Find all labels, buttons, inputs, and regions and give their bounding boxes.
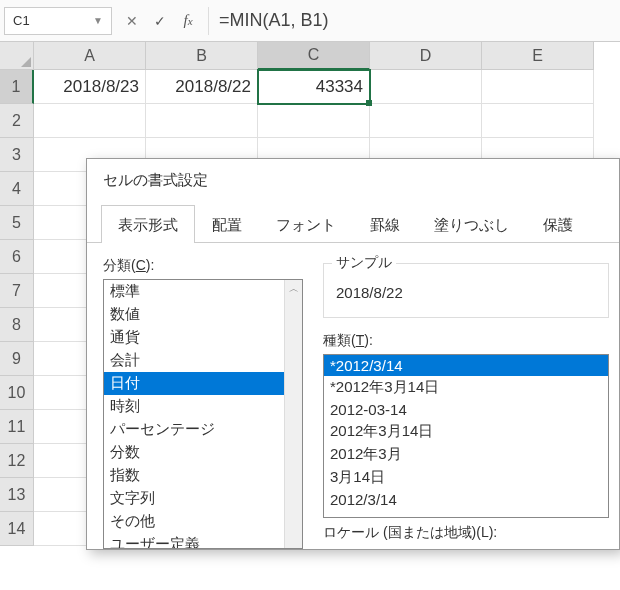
formula-input[interactable]: =MIN(A1, B1) (208, 7, 620, 35)
category-item[interactable]: 数値 (104, 303, 302, 326)
category-label: 分類(C): (103, 257, 303, 275)
sample-label: サンプル (332, 254, 396, 272)
scrollbar[interactable]: ︿ (284, 280, 302, 548)
category-item[interactable]: その他 (104, 510, 302, 533)
type-label: 種類(T): (323, 332, 609, 350)
column-header-E[interactable]: E (482, 42, 594, 70)
formula-bar: C1 ▼ ✕ ✓ fx =MIN(A1, B1) (0, 0, 620, 42)
category-item[interactable]: ユーザー定義 (104, 533, 302, 549)
cell-E2[interactable] (482, 104, 594, 138)
formula-text: =MIN(A1, B1) (219, 10, 329, 31)
row-header-10[interactable]: 10 (0, 376, 34, 410)
type-item[interactable]: 2012/3/14 (324, 489, 608, 510)
row-header-8[interactable]: 8 (0, 308, 34, 342)
name-box[interactable]: C1 ▼ (4, 7, 112, 35)
scroll-up-icon[interactable]: ︿ (285, 280, 302, 298)
category-item[interactable]: 文字列 (104, 487, 302, 510)
row-header-7[interactable]: 7 (0, 274, 34, 308)
name-box-value: C1 (13, 13, 30, 28)
select-all-icon (21, 57, 31, 67)
format-cells-dialog: セルの書式設定 表示形式配置フォント罫線塗りつぶし保護 分類(C): 標準数値通… (86, 158, 620, 550)
fx-icon: fx (183, 12, 192, 29)
category-item[interactable]: 指数 (104, 464, 302, 487)
cell-C2[interactable] (258, 104, 370, 138)
dialog-tabs: 表示形式配置フォント罫線塗りつぶし保護 (87, 204, 619, 243)
row-header-9[interactable]: 9 (0, 342, 34, 376)
tab-4[interactable]: 塗りつぶし (417, 205, 526, 243)
column-header-D[interactable]: D (370, 42, 482, 70)
category-item[interactable]: 通貨 (104, 326, 302, 349)
cell-B2[interactable] (146, 104, 258, 138)
category-item[interactable]: 時刻 (104, 395, 302, 418)
cell-A2[interactable] (34, 104, 146, 138)
tab-5[interactable]: 保護 (526, 205, 590, 243)
cell-D1[interactable] (370, 70, 482, 104)
cancel-formula-button[interactable]: ✕ (118, 7, 146, 35)
type-listbox[interactable]: *2012/3/14*2012年3月14日2012-03-142012年3月14… (323, 354, 609, 518)
fx-button[interactable]: fx (174, 7, 202, 35)
column-header-A[interactable]: A (34, 42, 146, 70)
cell-D2[interactable] (370, 104, 482, 138)
row-header-13[interactable]: 13 (0, 478, 34, 512)
tab-0[interactable]: 表示形式 (101, 205, 195, 243)
sample-value: 2018/8/22 (336, 284, 596, 301)
type-item[interactable]: 2012年3月 (324, 443, 608, 466)
cell-B1[interactable]: 2018/8/22 (146, 70, 258, 104)
category-item[interactable]: 会計 (104, 349, 302, 372)
select-all-corner[interactable] (0, 42, 34, 70)
type-item[interactable]: *2012年3月14日 (324, 376, 608, 399)
svg-marker-0 (21, 57, 31, 67)
row-header-11[interactable]: 11 (0, 410, 34, 444)
category-item[interactable]: 日付 (104, 372, 302, 395)
tab-2[interactable]: フォント (259, 205, 353, 243)
row-header-6[interactable]: 6 (0, 240, 34, 274)
category-listbox[interactable]: 標準数値通貨会計日付時刻パーセンテージ分数指数文字列その他ユーザー定義 ︿ (103, 279, 303, 549)
category-item[interactable]: パーセンテージ (104, 418, 302, 441)
sample-box: サンプル 2018/8/22 (323, 263, 609, 318)
row-header-2[interactable]: 2 (0, 104, 34, 138)
row-header-3[interactable]: 3 (0, 138, 34, 172)
type-item[interactable]: 2012-03-14 (324, 399, 608, 420)
accept-formula-button[interactable]: ✓ (146, 7, 174, 35)
row-header-1[interactable]: 1 (0, 70, 34, 104)
row-header-5[interactable]: 5 (0, 206, 34, 240)
type-item[interactable]: 2012年3月14日 (324, 420, 608, 443)
row-header-12[interactable]: 12 (0, 444, 34, 478)
tab-1[interactable]: 配置 (195, 205, 259, 243)
cell-A1[interactable]: 2018/8/23 (34, 70, 146, 104)
locale-label: ロケール (国または地域)(L): (323, 524, 609, 542)
category-item[interactable]: 標準 (104, 280, 302, 303)
column-headers: ABCDE (0, 42, 620, 70)
category-item[interactable]: 分数 (104, 441, 302, 464)
row-header-4[interactable]: 4 (0, 172, 34, 206)
tab-3[interactable]: 罫線 (353, 205, 417, 243)
cell-C1[interactable]: 43334 (258, 70, 370, 104)
type-item[interactable]: 3月14日 (324, 466, 608, 489)
type-item[interactable]: *2012/3/14 (324, 355, 608, 376)
cell-E1[interactable] (482, 70, 594, 104)
dropdown-icon: ▼ (93, 15, 103, 26)
dialog-title: セルの書式設定 (87, 159, 619, 204)
column-header-B[interactable]: B (146, 42, 258, 70)
column-header-C[interactable]: C (258, 42, 370, 70)
row-header-14[interactable]: 14 (0, 512, 34, 546)
